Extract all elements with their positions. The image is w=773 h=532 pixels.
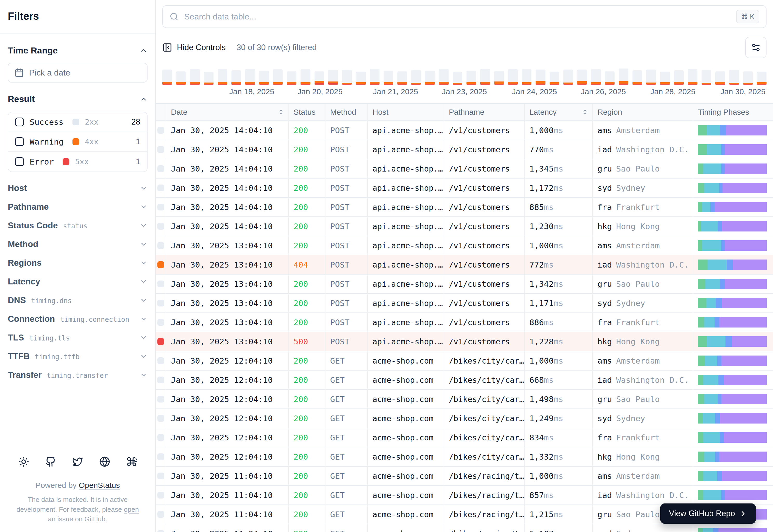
histogram-bar[interactable] bbox=[397, 69, 407, 85]
histogram-bar[interactable] bbox=[729, 69, 739, 85]
table-row[interactable]: Jan 30, 2025 12:04:10200GETacme-shop.com… bbox=[156, 428, 773, 447]
histogram-bar[interactable] bbox=[301, 69, 310, 85]
column-header-latency[interactable]: Latency bbox=[525, 104, 593, 120]
filter-accordion-transfer[interactable]: Transfertiming.transfer bbox=[8, 366, 147, 384]
histogram-bar[interactable] bbox=[605, 69, 615, 85]
table-row[interactable]: Jan 30, 2025 14:04:10200POSTapi.acme-sho… bbox=[156, 159, 773, 179]
table-row[interactable]: Jan 30, 2025 13:04:10500POSTapi.acme-sho… bbox=[156, 332, 773, 351]
view-github-repo-button[interactable]: View GitHub Repo bbox=[660, 503, 756, 524]
histogram-bar[interactable] bbox=[702, 69, 711, 85]
histogram-bar[interactable] bbox=[273, 69, 283, 85]
histogram-bar[interactable] bbox=[259, 69, 269, 85]
twitter-icon[interactable] bbox=[72, 456, 83, 469]
filter-accordion-regions[interactable]: Regions bbox=[8, 254, 147, 272]
view-options-button[interactable] bbox=[745, 37, 767, 58]
sun-icon[interactable] bbox=[18, 456, 29, 469]
result-option-error[interactable]: Error5xx1 bbox=[8, 152, 147, 172]
filter-accordion-status-code[interactable]: Status Codestatus bbox=[8, 216, 147, 235]
histogram-bar[interactable] bbox=[356, 69, 365, 85]
table-row[interactable]: Jan 30, 2025 14:04:10200POSTapi.acme-sho… bbox=[156, 198, 773, 217]
cell-latency: 834ms bbox=[525, 428, 593, 447]
histogram-bar[interactable] bbox=[176, 69, 186, 85]
table-row[interactable]: Jan 30, 2025 12:04:10200GETacme-shop.com… bbox=[156, 390, 773, 409]
histogram-bar[interactable] bbox=[384, 69, 393, 85]
hide-controls-button[interactable]: Hide Controls bbox=[162, 43, 226, 52]
histogram-bar[interactable] bbox=[466, 69, 476, 85]
histogram-bar[interactable] bbox=[522, 69, 531, 85]
checkbox[interactable] bbox=[15, 118, 24, 126]
github-icon[interactable] bbox=[45, 456, 56, 469]
result-section-header[interactable]: Result bbox=[8, 94, 147, 104]
table-row[interactable]: Jan 30, 2025 12:04:10200GETacme-shop.com… bbox=[156, 447, 773, 467]
histogram-bar[interactable] bbox=[287, 69, 296, 85]
table-row[interactable]: Jan 30, 2025 14:04:10200POSTapi.acme-sho… bbox=[156, 140, 773, 159]
filter-accordion-ttfb[interactable]: TTFBtiming.ttfb bbox=[8, 347, 147, 366]
table-row[interactable]: Jan 30, 2025 11:04:10200GETacme-shop.com… bbox=[156, 486, 773, 505]
result-option-success[interactable]: Success2xx28 bbox=[8, 112, 147, 132]
histogram-bar[interactable] bbox=[494, 69, 504, 85]
filter-accordion-connection[interactable]: Connectiontiming.connection bbox=[8, 310, 147, 328]
table-row[interactable]: Jan 30, 2025 11:04:10200GETacme-shop.com… bbox=[156, 467, 773, 486]
histogram-bar[interactable] bbox=[162, 69, 172, 85]
histogram-bar[interactable] bbox=[425, 69, 435, 85]
command-icon[interactable] bbox=[126, 456, 137, 469]
histogram-bar[interactable] bbox=[646, 69, 656, 85]
histogram-bar[interactable] bbox=[563, 69, 573, 85]
filter-accordion-dns[interactable]: DNStiming.dns bbox=[8, 291, 147, 310]
histogram-bar[interactable] bbox=[619, 69, 628, 85]
histogram-bar[interactable] bbox=[411, 69, 421, 85]
histogram-bar[interactable] bbox=[743, 69, 753, 85]
table-row[interactable]: Jan 30, 2025 13:04:10200POSTapi.acme-sho… bbox=[156, 236, 773, 255]
histogram-bar[interactable] bbox=[453, 69, 462, 85]
histogram-bar[interactable] bbox=[577, 69, 587, 85]
checkbox[interactable] bbox=[15, 137, 24, 146]
table-row[interactable]: Jan 30, 2025 13:04:10200POSTapi.acme-sho… bbox=[156, 294, 773, 313]
histogram-bar[interactable] bbox=[715, 69, 725, 85]
histogram-bar[interactable] bbox=[674, 69, 684, 85]
histogram-bar[interactable] bbox=[204, 69, 214, 85]
table-row[interactable]: Jan 30, 2025 11:04:10200GETacme-shop.com… bbox=[156, 524, 773, 532]
histogram-bar[interactable] bbox=[757, 69, 767, 85]
histogram-bar[interactable] bbox=[660, 69, 670, 85]
table-row[interactable]: Jan 30, 2025 13:04:10200POSTapi.acme-sho… bbox=[156, 313, 773, 332]
filter-accordion-method[interactable]: Method bbox=[8, 235, 147, 254]
time-range-section-header[interactable]: Time Range bbox=[8, 45, 147, 56]
histogram-bar[interactable] bbox=[688, 69, 697, 85]
histogram-bar[interactable] bbox=[218, 69, 227, 85]
histogram-bar[interactable] bbox=[480, 69, 490, 85]
histogram-bar[interactable] bbox=[591, 69, 601, 85]
table-row[interactable]: Jan 30, 2025 13:04:10404POSTapi.acme-sho… bbox=[156, 255, 773, 275]
search-input[interactable] bbox=[184, 12, 730, 22]
histogram-bar[interactable] bbox=[315, 69, 324, 85]
table-row[interactable]: Jan 30, 2025 14:04:10200POSTapi.acme-sho… bbox=[156, 217, 773, 236]
date-picker-button[interactable]: Pick a date bbox=[8, 63, 147, 83]
histogram-bar[interactable] bbox=[439, 69, 449, 85]
histogram-bar[interactable] bbox=[245, 69, 255, 85]
histogram-bar[interactable] bbox=[370, 69, 379, 85]
table-row[interactable]: Jan 30, 2025 12:04:10200GETacme-shop.com… bbox=[156, 409, 773, 428]
histogram-bar[interactable] bbox=[633, 69, 642, 85]
filter-accordion-tls[interactable]: TLStiming.tls bbox=[8, 328, 147, 347]
globe-icon[interactable] bbox=[99, 456, 110, 469]
histogram-bar[interactable] bbox=[328, 69, 338, 85]
result-option-warning[interactable]: Warning4xx1 bbox=[8, 132, 147, 152]
filter-accordion-host[interactable]: Host bbox=[8, 179, 147, 197]
table-row[interactable]: Jan 30, 2025 14:04:10200POSTapi.acme-sho… bbox=[156, 121, 773, 140]
column-header-date[interactable]: Date bbox=[166, 104, 289, 120]
table-row[interactable]: Jan 30, 2025 14:04:10200POSTapi.acme-sho… bbox=[156, 179, 773, 198]
histogram-bar[interactable] bbox=[342, 69, 352, 85]
histogram-bar[interactable] bbox=[232, 69, 241, 85]
histogram-bar[interactable] bbox=[190, 69, 200, 85]
histogram-bar[interactable] bbox=[508, 69, 518, 85]
timing-phase-segment bbox=[724, 375, 767, 385]
table-row[interactable]: Jan 30, 2025 13:04:10200POSTapi.acme-sho… bbox=[156, 275, 773, 294]
cell-timing-phases bbox=[693, 294, 773, 312]
filter-accordion-latency[interactable]: Latency bbox=[8, 272, 147, 291]
histogram-bar[interactable] bbox=[549, 69, 559, 85]
table-row[interactable]: Jan 30, 2025 12:04:10200GETacme-shop.com… bbox=[156, 371, 773, 390]
histogram-bar[interactable] bbox=[535, 69, 545, 85]
openstatus-link[interactable]: OpenStatus bbox=[79, 481, 120, 489]
checkbox[interactable] bbox=[15, 157, 24, 166]
filter-accordion-pathname[interactable]: Pathname bbox=[8, 197, 147, 216]
table-row[interactable]: Jan 30, 2025 12:04:10200GETacme-shop.com… bbox=[156, 351, 773, 371]
